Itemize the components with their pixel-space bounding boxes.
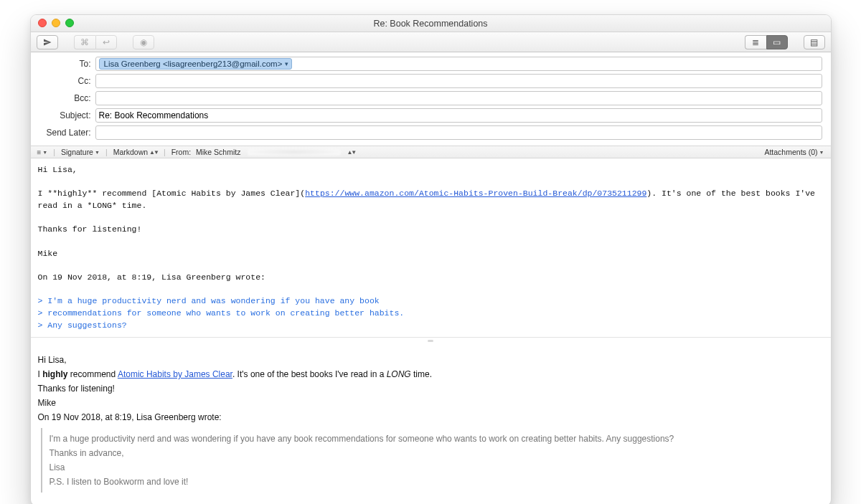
camera-icon: ◉ <box>140 37 147 47</box>
quote-line: Thanks in advance, <box>50 448 818 458</box>
md-line: On 19 Nov 2018, at 8:19, Lisa Greenberg … <box>38 272 265 282</box>
sendlater-input[interactable] <box>99 128 819 138</box>
window-controls <box>38 19 74 27</box>
signature-label: Signature <box>61 148 93 156</box>
view-preview-button[interactable]: ▭ <box>766 35 788 49</box>
dropdown-caret-icon: ▼ <box>95 150 100 155</box>
quote-line: I'm a huge productivity nerd and was won… <box>50 434 818 444</box>
attachments-label: Attachments (0) <box>764 148 817 156</box>
headers-section: To: Lisa Greenberg <lisagreenberg213@gma… <box>31 52 831 146</box>
subject-label: Subject: <box>39 110 95 120</box>
attach-button[interactable]: ⌘ <box>74 35 95 49</box>
md-line: Thanks for listening! <box>38 224 142 234</box>
recipient-text: Lisa Greenberg <lisagreenberg213@gmail.c… <box>104 60 283 68</box>
camera-button[interactable]: ◉ <box>133 35 154 49</box>
format-label: Markdown <box>113 148 148 156</box>
signature-dropdown[interactable]: Signature ▼ <box>57 146 103 158</box>
preview-text: time. <box>411 369 432 379</box>
preview-icon: ▭ <box>773 37 781 47</box>
preview-thanks: Thanks for listening! <box>38 384 824 394</box>
zoom-button[interactable] <box>65 19 74 27</box>
options-bar: ≡▼ | Signature ▼ | Markdown ▲▼ | From: M… <box>31 146 831 158</box>
md-link: https://www.amazon.com/Atomic-Habits-Pro… <box>305 189 646 198</box>
options-menu-button[interactable]: ≡▼ <box>34 146 52 158</box>
bcc-field[interactable] <box>95 91 822 105</box>
reply-arrow-icon: ↩ <box>103 37 110 47</box>
stepper-icon: ▲▼ <box>149 149 158 156</box>
bcc-input[interactable] <box>99 93 819 103</box>
chevron-down-icon: ▾ <box>285 60 288 67</box>
preview-italic: LONG <box>387 369 411 379</box>
recipient-token[interactable]: Lisa Greenberg <lisagreenberg213@gmail.c… <box>99 58 293 70</box>
paper-plane-icon <box>42 38 52 47</box>
preview-body: I highly recommend Atomic Habits by Jame… <box>38 369 824 379</box>
dropdown-caret-icon: ▼ <box>42 150 47 155</box>
to-label: To: <box>39 59 95 69</box>
from-dropdown[interactable]: From: Mike Schmitz ▲▼ <box>168 146 359 158</box>
window-title: Re: Book Recommendations <box>373 19 487 29</box>
close-button[interactable] <box>38 19 47 27</box>
to-field[interactable]: Lisa Greenberg <lisagreenberg213@gmail.c… <box>95 57 822 71</box>
md-quote: > recommendations for someone who wants … <box>38 308 405 318</box>
reply-undo-button[interactable]: ↩ <box>95 35 117 49</box>
titlebar: Re: Book Recommendations <box>31 15 831 32</box>
list-icon: ≣ <box>752 37 759 47</box>
md-quote: > Any suggestions? <box>38 320 127 330</box>
quote-line: Lisa <box>50 462 818 472</box>
subject-field[interactable] <box>95 108 822 123</box>
menu-icon: ≡ <box>37 148 42 156</box>
minimize-button[interactable] <box>52 19 60 27</box>
preview-link[interactable]: Atomic Habits by James Clear <box>118 369 232 379</box>
preview-pane: Hi Lisa, I highly recommend Atomic Habit… <box>31 343 831 504</box>
preview-bold: highly <box>42 369 67 379</box>
paperclip-icon: ⌘ <box>80 37 89 47</box>
quote-line: P.S. I listen to Bookworm and love it! <box>50 477 818 487</box>
sendlater-field[interactable] <box>95 125 822 140</box>
preview-text: . It's one of the best books I've read i… <box>232 369 387 379</box>
dropdown-caret-icon: ▼ <box>819 150 824 155</box>
cc-input[interactable] <box>99 76 819 86</box>
save-draft-button[interactable]: ▤ <box>804 35 825 49</box>
preview-reply-header: On 19 Nov 2018, at 8:19, Lisa Greenberg … <box>38 412 824 422</box>
sendlater-label: Send Later: <box>39 128 95 138</box>
quoted-reply: I'm a huge productivity nerd and was won… <box>41 428 824 493</box>
cc-label: Cc: <box>39 76 95 86</box>
preview-signoff: Mike <box>38 398 824 408</box>
md-line: Mike <box>38 249 58 258</box>
attachments-dropdown[interactable]: Attachments (0) ▼ <box>761 146 827 158</box>
md-line: Hi Lisa, <box>38 165 77 174</box>
format-dropdown[interactable]: Markdown ▲▼ <box>110 146 161 158</box>
toolbar: ⌘ ↩ ◉ ≣ ▭ ▤ <box>31 32 831 52</box>
from-value: Mike Schmitz <box>196 148 240 156</box>
splitter-handle[interactable] <box>31 338 831 343</box>
redacted-area <box>248 148 341 156</box>
subject-input[interactable] <box>99 110 819 120</box>
from-label: From: <box>171 148 191 156</box>
preview-greeting: Hi Lisa, <box>38 355 824 365</box>
compose-window: Re: Book Recommendations ⌘ ↩ ◉ ≣ ▭ <box>30 14 832 504</box>
md-quote: > I'm a huge productivity nerd and was w… <box>38 296 380 305</box>
save-icon: ▤ <box>810 37 818 47</box>
stepper-icon: ▲▼ <box>347 149 355 156</box>
view-headers-button[interactable]: ≣ <box>745 35 766 49</box>
cc-field[interactable] <box>95 74 822 88</box>
preview-text: recommend <box>68 369 118 379</box>
markdown-editor[interactable]: Hi Lisa, I **highly** recommend [Atomic … <box>31 158 831 338</box>
md-line: I **highly** recommend [Atomic Habits by… <box>38 189 306 198</box>
bcc-label: Bcc: <box>39 93 95 103</box>
send-button[interactable] <box>37 35 58 49</box>
